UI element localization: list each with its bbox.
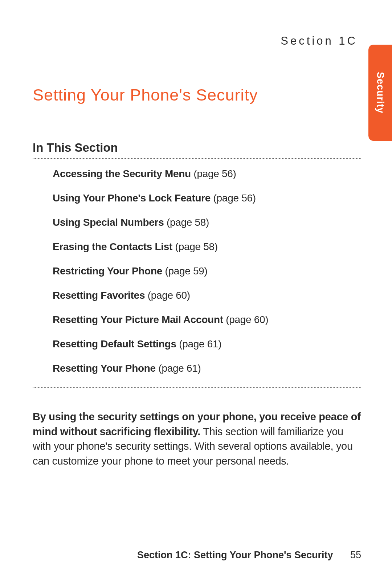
toc-item: Using Your Phone's Lock Feature (page 56…	[53, 192, 361, 204]
toc-item: Resetting Your Picture Mail Account (pag…	[53, 314, 361, 326]
toc-item-title: Restricting Your Phone	[53, 265, 162, 277]
toc-item-page: (page 59)	[165, 265, 207, 277]
toc-item-page: (page 56)	[213, 192, 256, 204]
toc-item-page: (page 58)	[167, 217, 209, 228]
toc-item-page: (page 58)	[175, 241, 218, 252]
toc-item-title: Resetting Default Settings	[53, 338, 176, 350]
page-content: Section 1C Setting Your Phone's Security…	[0, 0, 392, 588]
intro-paragraph: By using the security settings on your p…	[33, 409, 361, 468]
toc-item-page: (page 61)	[158, 363, 201, 374]
toc-item-title: Erasing the Contacts List	[53, 241, 172, 252]
toc-item-title: Using Special Numbers	[53, 217, 164, 228]
toc-item-page: (page 56)	[193, 168, 236, 179]
toc-item-title: Accessing the Security Menu	[53, 168, 191, 179]
toc-item: Resetting Your Phone (page 61)	[53, 363, 361, 374]
toc-item-title: Resetting Your Phone	[53, 363, 156, 374]
dotted-divider-bottom	[33, 387, 361, 388]
footer-page-number: 55	[350, 550, 361, 560]
page-title: Setting Your Phone's Security	[33, 86, 361, 105]
dotted-divider-top	[33, 158, 361, 159]
toc-list: Accessing the Security Menu (page 56) Us…	[33, 168, 361, 374]
toc-item-page: (page 60)	[226, 314, 268, 325]
in-this-section-heading: In This Section	[33, 141, 361, 155]
page-footer: Section 1C: Setting Your Phone's Securit…	[137, 550, 361, 561]
toc-item-title: Using Your Phone's Lock Feature	[53, 192, 211, 204]
toc-item-page: (page 61)	[179, 338, 221, 350]
section-label: Section 1C	[33, 34, 361, 48]
footer-text: Section 1C: Setting Your Phone's Securit…	[137, 550, 333, 560]
toc-item: Resetting Default Settings (page 61)	[53, 338, 361, 350]
toc-item: Restricting Your Phone (page 59)	[53, 265, 361, 277]
toc-item: Accessing the Security Menu (page 56)	[53, 168, 361, 180]
toc-item-title: Resetting Favorites	[53, 290, 145, 301]
toc-item-page: (page 60)	[148, 290, 190, 301]
toc-item-title: Resetting Your Picture Mail Account	[53, 314, 223, 325]
toc-item: Erasing the Contacts List (page 58)	[53, 241, 361, 253]
toc-item: Using Special Numbers (page 58)	[53, 217, 361, 228]
toc-item: Resetting Favorites (page 60)	[53, 290, 361, 301]
